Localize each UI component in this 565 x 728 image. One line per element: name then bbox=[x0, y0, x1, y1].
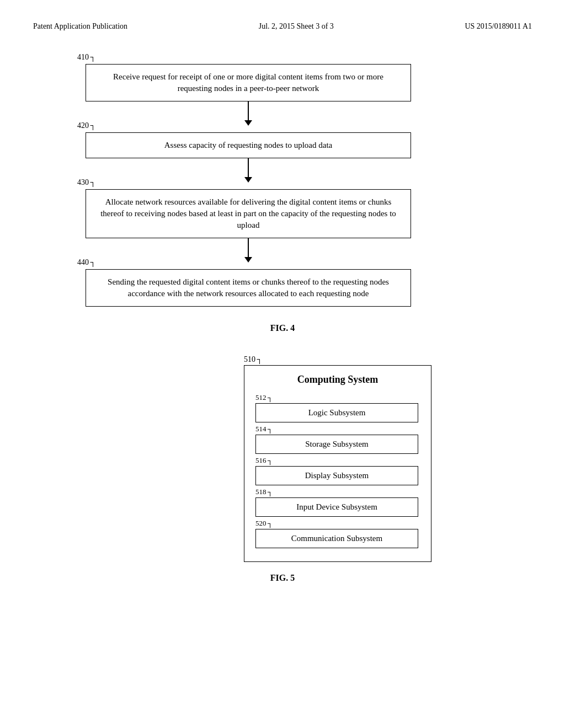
fig4-section: 410 ┐ Receive request for receipt of one… bbox=[33, 53, 532, 307]
flow-box-440: Sending the requested digital content it… bbox=[86, 269, 411, 307]
cs-storage-item: 514 ┐ Storage Subsystem bbox=[255, 425, 420, 454]
flow-box-410: Receive request for receipt of one or mo… bbox=[86, 64, 411, 101]
cs-logic-item: 512 ┐ Logic Subsystem bbox=[255, 393, 420, 422]
flow-arrow-3 bbox=[248, 238, 249, 258]
cs-comm-label: 520 ┐ bbox=[255, 519, 278, 528]
flow-label-420: 420 ┐ bbox=[77, 121, 99, 130]
flow-label-430: 430 ┐ bbox=[77, 178, 99, 187]
cs-input-box: Input Device Subsystem bbox=[255, 497, 418, 517]
cs-display-item: 516 ┐ Display Subsystem bbox=[255, 456, 420, 485]
flow-step-410: 410 ┐ Receive request for receipt of one… bbox=[77, 53, 419, 121]
cs-outer-label-row: 510 ┐ bbox=[244, 355, 269, 364]
cs-display-box: Display Subsystem bbox=[255, 466, 418, 485]
flow-step-440: 440 ┐ Sending the requested digital cont… bbox=[77, 258, 419, 307]
cs-outer-box: Computing System 512 ┐ Logic Subsystem 5… bbox=[244, 365, 431, 562]
cs-comm-box: Communication Subsystem bbox=[255, 529, 418, 548]
cs-storage-box: Storage Subsystem bbox=[255, 435, 418, 454]
flow-arrow-1 bbox=[248, 101, 249, 121]
flow-label-440: 440 ┐ bbox=[77, 258, 99, 267]
header-center: Jul. 2, 2015 Sheet 3 of 3 bbox=[259, 22, 334, 31]
flow-box-420: Assess capacity of requesting nodes to u… bbox=[86, 132, 411, 158]
cs-input-item: 518 ┐ Input Device Subsystem bbox=[255, 488, 420, 517]
flow-label-410: 410 ┐ bbox=[77, 53, 99, 62]
cs-title: Computing System bbox=[255, 374, 420, 386]
cs-storage-label: 514 ┐ bbox=[255, 425, 278, 433]
flow-step-420: 420 ┐ Assess capacity of requesting node… bbox=[77, 121, 419, 178]
fig5-caption: FIG. 5 bbox=[270, 573, 295, 583]
fig4-caption: FIG. 4 bbox=[33, 323, 532, 333]
header-left: Patent Application Publication bbox=[33, 22, 127, 31]
fig4-flowchart: 410 ┐ Receive request for receipt of one… bbox=[33, 53, 532, 307]
header-right: US 2015/0189011 A1 bbox=[465, 22, 532, 31]
cs-display-label: 516 ┐ bbox=[255, 456, 278, 465]
flow-box-430: Allocate network resources available for… bbox=[86, 189, 411, 238]
cs-outer-label: 510 ┐ bbox=[244, 355, 269, 364]
flow-arrow-2 bbox=[248, 158, 249, 178]
fig5-diagram: 510 ┐ Computing System 512 ┐ Logic Subsy… bbox=[134, 355, 431, 562]
cs-comm-item: 520 ┐ Communication Subsystem bbox=[255, 519, 420, 548]
cs-logic-box: Logic Subsystem bbox=[255, 403, 418, 422]
page-header: Patent Application Publication Jul. 2, 2… bbox=[33, 22, 532, 31]
cs-logic-label: 512 ┐ bbox=[255, 393, 278, 402]
flow-step-430: 430 ┐ Allocate network resources availab… bbox=[77, 178, 419, 258]
fig5-section: 510 ┐ Computing System 512 ┐ Logic Subsy… bbox=[33, 355, 532, 583]
cs-input-label: 518 ┐ bbox=[255, 488, 278, 496]
page: Patent Application Publication Jul. 2, 2… bbox=[0, 0, 565, 728]
